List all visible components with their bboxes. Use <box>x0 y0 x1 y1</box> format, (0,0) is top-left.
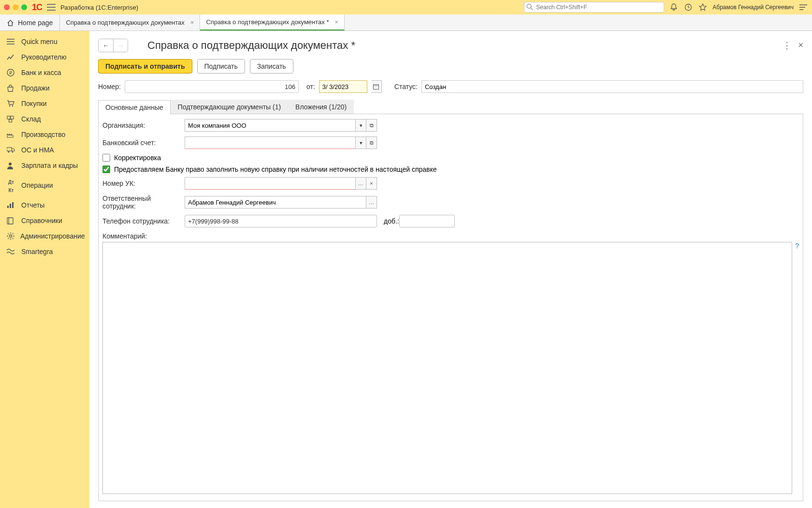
star-icon[interactable] <box>698 2 708 12</box>
sidebar-item-assets[interactable]: ОС и НМА <box>0 142 89 158</box>
save-button[interactable]: Записать <box>250 59 293 74</box>
sidebar-item-production[interactable]: Производство <box>0 127 89 142</box>
titlebar: 1C Разработка (1C:Enterprise) Абрамов Ге… <box>0 0 812 15</box>
svg-point-13 <box>9 163 12 165</box>
sidebar-item-purchases[interactable]: Покупки <box>0 96 89 111</box>
calendar-icon[interactable] <box>371 80 382 93</box>
svg-rect-15 <box>10 204 11 208</box>
sidebar-item-smartegra[interactable]: Smartegra <box>0 244 89 259</box>
number-label: Номер: <box>98 83 121 90</box>
bag-icon <box>7 85 15 92</box>
back-button[interactable]: ← <box>99 39 113 52</box>
sidebar-label: Производство <box>21 131 65 138</box>
uk-number-label: Номер УК: <box>102 179 185 187</box>
bell-icon[interactable] <box>669 2 679 12</box>
close-window-icon[interactable] <box>4 4 10 10</box>
open-icon[interactable]: ⧉ <box>366 136 377 149</box>
cart-icon <box>7 100 15 107</box>
sidebar-label: Продажи <box>21 84 49 92</box>
burger-icon <box>7 39 15 45</box>
comment-textarea[interactable] <box>102 242 792 494</box>
date-input[interactable] <box>319 80 367 93</box>
nav-buttons: ← → <box>98 39 128 52</box>
search-input[interactable] <box>524 2 664 13</box>
global-search[interactable] <box>524 2 664 13</box>
main-content: ← → Справка о подтверждающих документах … <box>89 31 812 508</box>
tab-doc-2[interactable]: Справка о подтверждающих документах * × <box>200 15 345 30</box>
tab-attachments[interactable]: Вложения (1/20) <box>288 100 354 114</box>
ellipsis-icon[interactable]: … <box>366 196 377 209</box>
history-icon[interactable] <box>683 2 693 12</box>
close-icon[interactable]: × <box>335 18 339 26</box>
svg-rect-16 <box>12 202 14 208</box>
sidebar-label: Справочники <box>21 217 62 224</box>
status-input <box>421 80 803 93</box>
svg-rect-8 <box>11 116 14 119</box>
ext-input[interactable] <box>399 215 455 227</box>
sidebar-label: Руководителю <box>21 53 66 61</box>
dropdown-icon[interactable]: ▾ <box>356 119 366 132</box>
sidebar-item-quickmenu[interactable]: Quick menu <box>0 34 89 49</box>
open-icon[interactable]: ⧉ <box>366 119 377 132</box>
bank-account-input[interactable] <box>185 136 356 149</box>
svg-line-1 <box>531 8 533 10</box>
uk-number-input[interactable] <box>185 177 356 190</box>
sidebar-item-sales[interactable]: Продажи <box>0 80 89 96</box>
sidebar-label: Покупки <box>21 100 47 107</box>
sidebar-item-bank[interactable]: ₽Банк и касса <box>0 65 89 80</box>
phone-input[interactable] <box>185 215 377 227</box>
number-input[interactable] <box>125 80 299 93</box>
sidebar-item-operations[interactable]: ДтКтОперации <box>0 173 89 197</box>
sidebar-label: Администрирование <box>20 232 85 240</box>
tab-doc-2-label: Справка о подтверждающих документах * <box>206 18 329 26</box>
maximize-window-icon[interactable] <box>21 4 27 10</box>
more-icon[interactable]: ⋮ <box>783 40 791 51</box>
sidebar-label: ОС и НМА <box>21 146 54 154</box>
menu-icon[interactable] <box>47 4 56 11</box>
organization-input[interactable] <box>185 119 356 132</box>
help-icon[interactable]: ? <box>795 242 799 250</box>
sidebar-item-warehouse[interactable]: Склад <box>0 111 89 127</box>
ellipsis-icon[interactable]: … <box>356 177 366 190</box>
svg-point-12 <box>12 151 14 153</box>
truck-icon <box>7 147 15 153</box>
current-user[interactable]: Абрамов Геннадий Сергеевич <box>712 4 794 11</box>
tab-home[interactable]: Home page <box>0 15 60 30</box>
logo-1c-icon: 1C <box>32 2 42 13</box>
grant-bank-checkbox[interactable] <box>102 165 110 173</box>
svg-rect-9 <box>9 120 12 122</box>
sidebar-label: Склад <box>21 115 41 123</box>
status-label: Статус: <box>394 83 418 90</box>
correction-checkbox[interactable] <box>102 154 110 162</box>
sign-and-send-button[interactable]: Подписать и отправить <box>98 59 192 74</box>
settings-lines-icon[interactable] <box>798 2 808 12</box>
minimize-window-icon[interactable] <box>13 4 18 10</box>
tab-supporting-docs[interactable]: Подтверждающие документы (1) <box>171 100 289 114</box>
home-icon <box>7 19 14 26</box>
forward-button[interactable]: → <box>113 39 128 52</box>
close-icon[interactable]: × <box>798 40 803 51</box>
sidebar-label: Smartegra <box>21 248 53 255</box>
responsible-input[interactable] <box>185 196 366 209</box>
close-icon[interactable]: × <box>190 19 194 26</box>
dropdown-icon[interactable]: ▾ <box>356 136 366 149</box>
sidebar-label: Операции <box>21 181 53 189</box>
sidebar-item-payroll[interactable]: Зарплата и кадры <box>0 158 89 173</box>
sidebar-item-admin[interactable]: Администрирование <box>0 228 89 244</box>
sign-button[interactable]: Подписать <box>197 59 245 74</box>
chart-up-icon <box>7 54 15 60</box>
sidebar-item-reports[interactable]: Отчеты <box>0 197 89 213</box>
sidebar-label: Отчеты <box>21 201 44 209</box>
tab-doc-1[interactable]: Справка о подтверждающих документах × <box>60 15 200 30</box>
svg-rect-14 <box>7 206 9 208</box>
factory-icon <box>7 131 15 138</box>
search-icon <box>526 3 533 10</box>
tab-main-data[interactable]: Основные данные <box>98 100 171 114</box>
sidebar-item-manager[interactable]: Руководителю <box>0 49 89 65</box>
svg-rect-7 <box>7 116 10 119</box>
svg-point-5 <box>9 105 11 107</box>
sidebar-item-directories[interactable]: Справочники <box>0 213 89 228</box>
clear-icon[interactable]: × <box>366 177 377 190</box>
comment-label: Комментарий: <box>102 232 147 240</box>
sidebar-label: Зарплата и кадры <box>21 162 78 169</box>
